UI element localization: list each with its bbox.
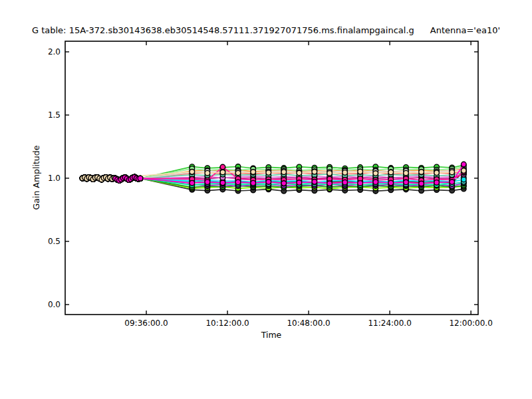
- marker: [462, 177, 467, 182]
- marker: [281, 170, 287, 175]
- x-tick-label: 09:36:00.0: [124, 319, 168, 328]
- marker: [358, 169, 363, 174]
- y-tick-label: 1.5: [48, 110, 61, 120]
- marker: [205, 180, 210, 185]
- marker: [434, 180, 440, 186]
- plot-figure: G table: 15A-372.sb30143638.eb30514548.5…: [0, 0, 532, 399]
- marker: [462, 162, 467, 167]
- x-axis-label: Time: [261, 330, 282, 340]
- marker: [342, 170, 348, 176]
- marker: [220, 164, 225, 170]
- marker: [220, 180, 225, 186]
- marker: [419, 181, 424, 186]
- marker: [450, 170, 455, 175]
- x-tick-label: 12:00:00.0: [449, 319, 492, 328]
- x-tick-label: 11:24:00.0: [368, 319, 411, 328]
- marker: [373, 180, 378, 185]
- y-tick-label: 1.0: [48, 174, 61, 183]
- marker: [388, 170, 394, 175]
- marker: [327, 171, 332, 176]
- marker: [373, 171, 378, 176]
- marker: [358, 181, 363, 186]
- marker: [205, 170, 210, 176]
- y-tick-label: 2.0: [48, 47, 61, 57]
- marker: [281, 181, 287, 186]
- marker: [462, 168, 467, 174]
- marker: [138, 176, 143, 181]
- x-tick-label: 10:48:00.0: [287, 319, 330, 328]
- marker: [450, 180, 455, 185]
- marker: [327, 181, 332, 186]
- y-axis-label: Gain Amplitude: [31, 145, 41, 209]
- plot-title: G table: 15A-372.sb30143638.eb30514548.5…: [0, 25, 532, 35]
- marker: [404, 180, 409, 185]
- marker: [312, 180, 317, 185]
- plot-canvas: 09:36:00.010:12:00.010:48:00.011:24:00.0…: [0, 0, 532, 399]
- y-tick-label: 0.0: [48, 300, 61, 309]
- marker: [190, 169, 195, 174]
- antenna-label: Antenna='ea10': [430, 25, 500, 35]
- marker: [220, 170, 225, 175]
- marker: [235, 170, 241, 176]
- marker: [312, 169, 317, 174]
- series-layer: [80, 162, 466, 194]
- marker: [434, 170, 440, 176]
- marker: [235, 180, 241, 185]
- marker: [388, 180, 394, 186]
- y-tick-label: 0.5: [48, 237, 61, 246]
- x-tick-label: 10:12:00.0: [205, 319, 249, 328]
- marker: [190, 180, 195, 186]
- marker: [266, 180, 271, 185]
- marker: [419, 170, 424, 175]
- marker: [266, 170, 271, 176]
- marker: [297, 180, 302, 186]
- marker: [251, 170, 256, 175]
- gtable-title-text: G table: 15A-372.sb30143638.eb30514548.5…: [32, 25, 414, 35]
- marker: [342, 180, 348, 185]
- marker: [251, 180, 256, 186]
- marker: [297, 170, 302, 176]
- marker: [404, 170, 409, 176]
